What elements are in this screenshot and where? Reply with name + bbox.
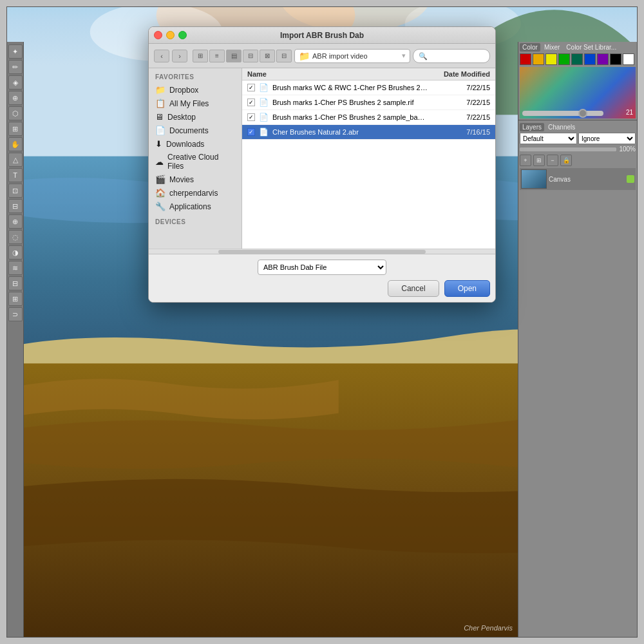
format-select[interactable]: ABR Brush Dab File [258,260,386,275]
file-icon-1: 📄 [259,83,269,92]
downloads-icon: ⬇ [155,139,162,149]
desktop-label: Desktop [167,113,196,122]
file-date-4: 7/16/15 [432,128,490,136]
sidebar-item-all-files[interactable]: 📋 All My Files [149,97,242,110]
header-date: Date Modified [432,70,490,78]
documents-icon: 📄 [155,126,166,135]
file-row-3[interactable]: ✓ 📄 Brush marks 1-Cher PS Brushes 2 samp… [242,110,495,125]
sidebar-item-desktop[interactable]: 🖥 Desktop [149,110,242,124]
documents-label: Documents [169,126,209,135]
sidebar-item-dropbox[interactable]: 📁 Dropbox [149,83,242,97]
dialog-sidebar: FAVORITES 📁 Dropbox 📋 All My Files 🖥 Des… [149,68,242,249]
open-button[interactable]: Open [444,280,490,297]
sidebar-item-documents[interactable]: 📄 Documents [149,124,242,137]
minimize-button[interactable] [166,31,175,39]
format-row: ABR Brush Dab File [154,260,490,275]
dropbox-icon: 📁 [155,85,166,95]
back-button[interactable]: ‹ [154,50,169,62]
location-icon: 📁 [299,51,310,61]
dropbox-label: Dropbox [169,86,198,95]
location-text: ABR import video [312,52,368,60]
location-bar[interactable]: 📁 ABR import video ▾ [294,49,410,63]
app-frame: File Edit Canvas Layers Brushes Select S… [6,6,638,638]
file-dialog: Import ABR Brush Dab ‹ › ⊞ ≡ ▤ ⊟ ⊠ ⊟ 📁 A… [148,26,496,303]
file-date-2: 7/22/15 [432,99,490,106]
sidebar-item-creative-cloud[interactable]: ☁ Creative Cloud Files [149,151,242,173]
sidebar-item-movies[interactable]: 🎬 Movies [149,173,242,186]
horizontal-scrollbar-area [149,249,495,254]
dialog-filelist: Name Date Modified ✓ 📄 Brush marks WC & … [242,68,495,249]
view-list[interactable]: ≡ [209,50,225,62]
dialog-title: Import ABR Brush Dab [280,31,364,40]
applications-label: Applications [169,202,211,211]
sidebar-item-applications[interactable]: 🔧 Applications [149,200,242,213]
file-row-4[interactable]: ✓ 📄 Cher Brushes Natural 2.abr 7/16/15 [242,125,495,140]
close-button[interactable] [154,31,162,39]
file-row-2[interactable]: ✓ 📄 Brush marks 1-Cher PS Brushes 2 samp… [242,95,495,110]
applications-icon: 🔧 [155,202,166,211]
view-buttons: ⊞ ≡ ▤ ⊟ ⊠ ⊟ [193,50,292,62]
file-checkbox-3[interactable]: ✓ [247,113,255,121]
devices-label: DEVICES [149,218,242,228]
file-name-3: Brush marks 1-Cher PS Brushes 2 sample_b… [272,113,428,121]
file-icon-2: 📄 [259,98,269,107]
dialog-bottom: ABR Brush Dab File Cancel Open [149,254,495,302]
creative-cloud-icon: ☁ [155,157,164,167]
file-icon-4: 📄 [259,128,269,137]
file-name-1: Brush marks WC & RWC 1-Cher PS Brushes 2… [272,84,428,91]
home-label: cherpendarvis [169,189,218,198]
desktop-icon: 🖥 [155,112,164,122]
file-checkbox-1[interactable]: ✓ [247,84,255,91]
movies-label: Movies [169,175,194,184]
creative-cloud-label: Creative Cloud Files [167,153,235,171]
forward-button[interactable]: › [172,50,187,62]
view-options[interactable]: ⊟ [276,50,292,62]
file-icon-3: 📄 [259,113,269,122]
file-row-1[interactable]: ✓ 📄 Brush marks WC & RWC 1-Cher PS Brush… [242,80,495,95]
downloads-label: Downloads [166,140,204,149]
file-checkbox-2[interactable]: ✓ [247,99,255,106]
file-name-2: Brush marks 1-Cher PS Brushes 2 sample.r… [272,99,428,106]
view-column[interactable]: ⊟ [243,50,258,62]
cancel-button[interactable]: Cancel [388,280,439,297]
sidebar-item-downloads[interactable]: ⬇ Downloads [149,137,242,151]
action-row: Cancel Open [154,280,490,297]
view-icon[interactable]: ⊞ [193,50,208,62]
file-checkbox-4[interactable]: ✓ [247,128,255,136]
dialog-titlebar: Import ABR Brush Dab [149,27,495,44]
view-cover[interactable]: ⊠ [260,50,275,62]
favorites-label: FAVORITES [149,73,242,83]
sidebar-item-home[interactable]: 🏠 cherpendarvis [149,186,242,200]
window-buttons [154,31,187,39]
dialog-overlay: Import ABR Brush Dab ‹ › ⊞ ≡ ▤ ⊟ ⊠ ⊟ 📁 A… [7,7,637,637]
location-dropdown-icon[interactable]: ▾ [402,52,406,60]
search-input[interactable] [413,49,490,63]
filelist-header: Name Date Modified [242,68,495,80]
view-detail[interactable]: ▤ [226,50,242,62]
home-icon: 🏠 [155,188,166,198]
file-date-1: 7/22/15 [432,84,490,91]
maximize-button[interactable] [178,31,187,39]
all-files-icon: 📋 [155,99,166,108]
dialog-nav: ‹ › ⊞ ≡ ▤ ⊟ ⊠ ⊟ 📁 ABR import video ▾ [149,44,495,68]
header-name: Name [247,70,432,78]
file-date-3: 7/22/15 [432,113,490,121]
all-files-label: All My Files [169,99,209,108]
movies-icon: 🎬 [155,175,166,184]
file-name-4: Cher Brushes Natural 2.abr [272,128,428,136]
dialog-body: FAVORITES 📁 Dropbox 📋 All My Files 🖥 Des… [149,68,495,249]
